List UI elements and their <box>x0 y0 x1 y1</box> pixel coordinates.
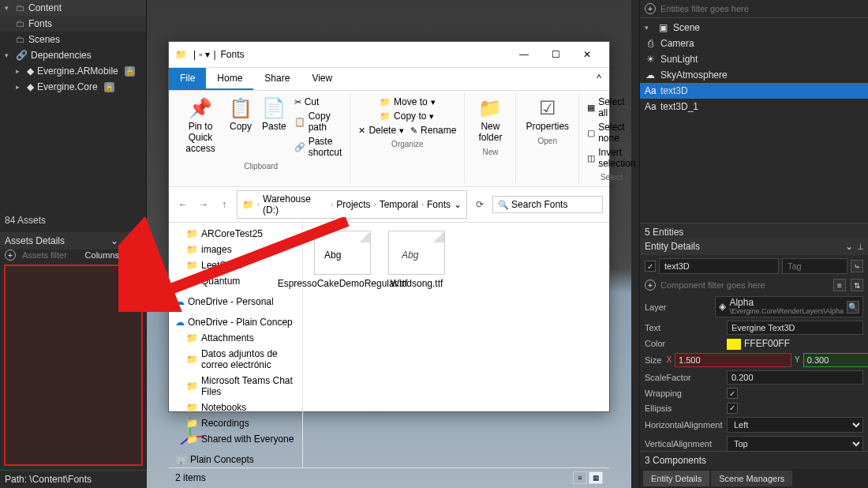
plus-icon[interactable]: + <box>5 250 16 261</box>
scene-sky[interactable]: ☁SkyAtmosphere <box>640 67 868 83</box>
tree-armobile[interactable]: ▸◆Evergine.ARMobile🔒 <box>0 63 146 79</box>
run-icon[interactable]: ⤷ <box>851 260 863 272</box>
new-folder-button[interactable]: 📁New folder <box>471 96 509 145</box>
back-button[interactable]: ← <box>175 197 191 212</box>
size-y-input[interactable] <box>803 353 868 367</box>
select-none-button[interactable]: ▢ Select none <box>586 121 637 145</box>
close-button[interactable]: ✕ <box>571 45 603 64</box>
file-item[interactable]: Abg EspressoCakeDemoRegular.ttf <box>311 231 374 289</box>
tab-file[interactable]: File <box>169 68 206 90</box>
cloud-icon: ☁ <box>645 69 656 81</box>
nav-folder[interactable]: 📁Microsoft Teams Chat Files <box>170 373 301 400</box>
assets-count: 84 Assets <box>5 215 46 226</box>
cut-button[interactable]: ✂ Cut <box>293 96 344 108</box>
nav-folder[interactable]: 📁LeetCode <box>170 257 301 273</box>
nav-folder[interactable]: 📁Attachments <box>170 330 301 346</box>
right-panel: + Entities filter goes here ▾▣Scene ⎙Cam… <box>639 0 868 488</box>
entity-tag-input[interactable] <box>782 258 847 274</box>
tree-core[interactable]: ▸◆Evergine.Core🔒 <box>0 79 146 95</box>
svg-text:Abg: Abg <box>324 250 341 261</box>
paste-shortcut-button[interactable]: 🔗 Paste shortcut <box>293 135 344 159</box>
components-count: 3 Components <box>640 451 868 469</box>
file-list[interactable]: Abg EspressoCakeDemoRegular.ttf Abg Wind… <box>303 223 609 467</box>
chevron-down-icon[interactable]: ⌄ <box>454 199 462 210</box>
tree-scenes[interactable]: 🗀Scenes <box>0 32 146 47</box>
nav-plain-concepts[interactable]: 🏢Plain Concepts <box>170 452 301 467</box>
minimize-button[interactable]: — <box>508 45 540 64</box>
nav-onedrive-plain[interactable]: ☁OneDrive - Plain Concep <box>170 314 301 330</box>
tab-scene-managers[interactable]: Scene Managers <box>711 471 792 486</box>
search-input[interactable]: 🔍 Search Fonts <box>492 196 603 213</box>
search-icon[interactable]: 🔍 <box>847 301 859 313</box>
enabled-check[interactable]: ✓ <box>645 261 656 272</box>
nav-folder[interactable]: 📁Notebooks <box>170 400 301 415</box>
tree-fonts[interactable]: 🗀Fonts <box>0 16 146 32</box>
halign-select[interactable]: Left <box>727 417 863 433</box>
nav-onedrive-personal[interactable]: ☁OneDrive - Personal <box>170 294 301 310</box>
columns-slider[interactable] <box>125 253 141 257</box>
pin-icon[interactable]: ⟂ <box>858 241 863 252</box>
entity-name-input[interactable] <box>659 258 779 274</box>
nav-folder[interactable]: 📁Recordings <box>170 415 301 431</box>
text-input[interactable] <box>727 321 863 335</box>
sliders-icon[interactable]: ⇅ <box>851 279 863 291</box>
view-icons-button[interactable]: ▦ <box>589 471 603 484</box>
paste-button[interactable]: 📄Paste <box>259 96 290 159</box>
breadcrumb[interactable]: 📁 › Warehouse (D:)› Projects› Temporal› … <box>237 190 467 219</box>
scene-text3d[interactable]: Aatext3D <box>640 83 868 99</box>
up-button[interactable]: ↑ <box>216 197 232 212</box>
copy-button[interactable]: 📋Copy <box>226 96 256 159</box>
tree-dependencies[interactable]: ▾🔗Dependencies <box>0 47 146 63</box>
wrapping-checkbox[interactable]: ✓ <box>727 388 738 399</box>
scene-root[interactable]: ▾▣Scene <box>640 20 868 36</box>
pin-button[interactable]: 📌Pin to Quick access <box>178 96 223 159</box>
ribbon-collapse-icon[interactable]: ^ <box>589 68 609 90</box>
tab-home[interactable]: Home <box>206 68 253 90</box>
chevron-down-icon[interactable]: ⌄ <box>110 235 118 246</box>
nav-folder[interactable]: 📁Datos adjuntos de correo electrónic <box>170 346 301 373</box>
text-icon: Aa <box>645 101 656 112</box>
view-details-button[interactable]: ≡ <box>573 471 587 484</box>
scene-sunlight[interactable]: ☀SunLight <box>640 51 868 67</box>
chevron-down-icon[interactable]: ⌄ <box>845 241 853 252</box>
file-item[interactable]: Abg Windsong.ttf <box>385 231 448 289</box>
close-icon[interactable]: ✕ <box>133 235 141 246</box>
scene-camera[interactable]: ⎙Camera <box>640 36 868 51</box>
nav-folder[interactable]: 📁images <box>170 242 301 257</box>
valign-select[interactable]: Top <box>727 436 863 451</box>
left-panel: ▾🗀Content 🗀Fonts 🗀Scenes ▾🔗Dependencies … <box>0 0 147 488</box>
properties-button[interactable]: ☑Properties <box>522 96 572 133</box>
refresh-button[interactable]: ⟳ <box>472 197 488 212</box>
tab-view[interactable]: View <box>301 68 343 90</box>
plus-icon[interactable]: + <box>645 3 656 14</box>
forward-button[interactable]: → <box>196 197 211 212</box>
nav-folder[interactable]: 📁Shared with Everyone <box>170 431 301 447</box>
layer-ref[interactable]: ◈Alpha\Evergine.Core\RenderLayers\Alpha🔍 <box>715 296 863 317</box>
size-x-input[interactable] <box>675 353 791 367</box>
maximize-button[interactable]: ☐ <box>540 45 571 64</box>
ellipsis-checkbox[interactable]: ✓ <box>727 403 738 414</box>
rename-button[interactable]: ✎ Rename <box>409 124 458 137</box>
quick-props-icon[interactable]: ▾ <box>205 49 210 60</box>
entities-filter: + Entities filter goes here <box>640 0 868 18</box>
plus-icon[interactable]: + <box>645 280 656 291</box>
folder-icon: 📁 <box>242 199 254 210</box>
copy-to-button[interactable]: 📁 Copy to ▾ <box>378 110 437 122</box>
scene-text3d1[interactable]: Aatext3D_1 <box>640 99 868 114</box>
color-swatch[interactable] <box>727 339 741 350</box>
tab-entity-details[interactable]: Entity Details <box>643 471 709 486</box>
pin-icon[interactable]: ⟂ <box>123 235 129 246</box>
select-all-button[interactable]: ▦ Select all <box>586 96 637 119</box>
text-icon: Aa <box>645 85 656 96</box>
quick-access-icon[interactable]: ▫ <box>199 49 202 60</box>
sliders-icon[interactable]: ≡ <box>833 279 846 291</box>
tab-share[interactable]: Share <box>253 68 301 90</box>
invert-selection-button[interactable]: ◫ Invert selection <box>586 146 637 170</box>
tree-content[interactable]: ▾🗀Content <box>0 0 146 16</box>
nav-folder[interactable]: 📁ARCoreTest25 <box>170 226 301 242</box>
copy-path-button[interactable]: 📋 Copy path <box>293 110 344 133</box>
delete-button[interactable]: ✕ Delete ▾ <box>357 124 406 137</box>
scale-input[interactable] <box>727 370 863 385</box>
assets-drop-area[interactable] <box>4 265 143 466</box>
move-to-button[interactable]: 📁 Move to ▾ <box>378 96 437 108</box>
